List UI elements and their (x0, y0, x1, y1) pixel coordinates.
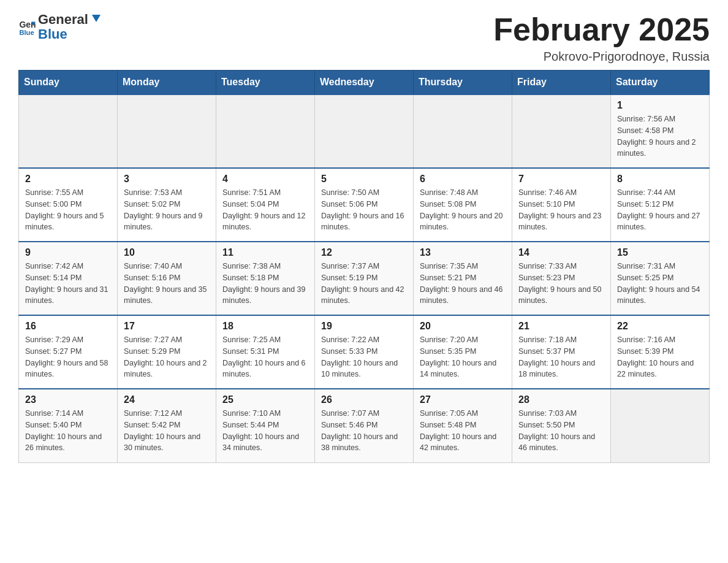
day-info: Sunrise: 7:18 AMSunset: 5:37 PMDaylight:… (518, 334, 604, 380)
table-row: 13Sunrise: 7:35 AMSunset: 5:21 PMDayligh… (414, 242, 512, 315)
col-sunday: Sunday (19, 71, 118, 95)
location-subtitle: Pokrovo-Prigorodnoye, Russia (493, 50, 710, 64)
day-number: 13 (420, 247, 506, 258)
day-number: 9 (25, 247, 111, 258)
logo: General Blue General Blue (18, 12, 103, 42)
table-row: 8Sunrise: 7:44 AMSunset: 5:12 PMDaylight… (611, 168, 710, 242)
table-row: 20Sunrise: 7:20 AMSunset: 5:35 PMDayligh… (414, 315, 512, 389)
table-row: 6Sunrise: 7:48 AMSunset: 5:08 PMDaylight… (414, 168, 512, 242)
day-number: 18 (222, 321, 308, 332)
day-info: Sunrise: 7:20 AMSunset: 5:35 PMDaylight:… (420, 334, 506, 380)
day-info: Sunrise: 7:46 AMSunset: 5:10 PMDaylight:… (518, 187, 604, 233)
day-number: 21 (518, 321, 604, 332)
day-number: 28 (518, 394, 604, 405)
day-info: Sunrise: 7:37 AMSunset: 5:19 PMDaylight:… (321, 261, 407, 307)
calendar-table: Sunday Monday Tuesday Wednesday Thursday… (18, 70, 710, 463)
day-info: Sunrise: 7:53 AMSunset: 5:02 PMDaylight:… (124, 187, 210, 233)
day-number: 2 (25, 174, 111, 185)
logo-text-blue: Blue (38, 26, 67, 42)
table-row: 16Sunrise: 7:29 AMSunset: 5:27 PMDayligh… (19, 315, 118, 389)
calendar-header-row: Sunday Monday Tuesday Wednesday Thursday… (19, 71, 710, 95)
day-number: 19 (321, 321, 407, 332)
col-friday: Friday (512, 71, 611, 95)
table-row: 2Sunrise: 7:55 AMSunset: 5:00 PMDaylight… (19, 168, 118, 242)
day-number: 7 (518, 174, 604, 185)
day-number: 15 (617, 247, 703, 258)
table-row: 17Sunrise: 7:27 AMSunset: 5:29 PMDayligh… (118, 315, 216, 389)
day-info: Sunrise: 7:42 AMSunset: 5:14 PMDaylight:… (25, 261, 111, 307)
month-title: February 2025 (493, 12, 710, 47)
calendar-week-row: 16Sunrise: 7:29 AMSunset: 5:27 PMDayligh… (19, 315, 710, 389)
day-info: Sunrise: 7:16 AMSunset: 5:39 PMDaylight:… (617, 334, 703, 380)
table-row: 19Sunrise: 7:22 AMSunset: 5:33 PMDayligh… (315, 315, 414, 389)
day-number: 27 (420, 394, 506, 405)
day-number: 23 (25, 394, 111, 405)
table-row (414, 94, 512, 168)
svg-text:Blue: Blue (19, 29, 34, 36)
logo-icon: General Blue (18, 18, 36, 36)
table-row: 26Sunrise: 7:07 AMSunset: 5:46 PMDayligh… (315, 389, 414, 462)
day-info: Sunrise: 7:07 AMSunset: 5:46 PMDaylight:… (321, 408, 407, 454)
table-row (611, 389, 710, 462)
day-info: Sunrise: 7:25 AMSunset: 5:31 PMDaylight:… (222, 334, 308, 380)
day-info: Sunrise: 7:03 AMSunset: 5:50 PMDaylight:… (518, 408, 604, 454)
day-info: Sunrise: 7:12 AMSunset: 5:42 PMDaylight:… (124, 408, 210, 454)
col-tuesday: Tuesday (216, 71, 315, 95)
table-row: 23Sunrise: 7:14 AMSunset: 5:40 PMDayligh… (19, 389, 118, 462)
day-info: Sunrise: 7:22 AMSunset: 5:33 PMDaylight:… (321, 334, 407, 380)
table-row: 18Sunrise: 7:25 AMSunset: 5:31 PMDayligh… (216, 315, 315, 389)
table-row: 24Sunrise: 7:12 AMSunset: 5:42 PMDayligh… (118, 389, 216, 462)
day-info: Sunrise: 7:33 AMSunset: 5:23 PMDaylight:… (518, 261, 604, 307)
day-number: 26 (321, 394, 407, 405)
svg-marker-3 (92, 15, 100, 22)
logo-text-general: General (38, 12, 88, 27)
table-row: 28Sunrise: 7:03 AMSunset: 5:50 PMDayligh… (512, 389, 611, 462)
table-row: 3Sunrise: 7:53 AMSunset: 5:02 PMDaylight… (118, 168, 216, 242)
day-number: 24 (124, 394, 210, 405)
day-info: Sunrise: 7:35 AMSunset: 5:21 PMDaylight:… (420, 261, 506, 307)
col-wednesday: Wednesday (315, 71, 414, 95)
table-row: 12Sunrise: 7:37 AMSunset: 5:19 PMDayligh… (315, 242, 414, 315)
day-number: 12 (321, 247, 407, 258)
day-info: Sunrise: 7:55 AMSunset: 5:00 PMDaylight:… (25, 187, 111, 233)
table-row: 21Sunrise: 7:18 AMSunset: 5:37 PMDayligh… (512, 315, 611, 389)
col-saturday: Saturday (611, 71, 710, 95)
table-row: 9Sunrise: 7:42 AMSunset: 5:14 PMDaylight… (19, 242, 118, 315)
day-number: 4 (222, 174, 308, 185)
table-row (19, 94, 118, 168)
table-row: 22Sunrise: 7:16 AMSunset: 5:39 PMDayligh… (611, 315, 710, 389)
day-info: Sunrise: 7:38 AMSunset: 5:18 PMDaylight:… (222, 261, 308, 307)
day-info: Sunrise: 7:05 AMSunset: 5:48 PMDaylight:… (420, 408, 506, 454)
day-number: 6 (420, 174, 506, 185)
day-info: Sunrise: 7:10 AMSunset: 5:44 PMDaylight:… (222, 408, 308, 454)
calendar-week-row: 9Sunrise: 7:42 AMSunset: 5:14 PMDaylight… (19, 242, 710, 315)
col-monday: Monday (118, 71, 216, 95)
day-info: Sunrise: 7:56 AMSunset: 4:58 PMDaylight:… (617, 113, 703, 159)
day-info: Sunrise: 7:29 AMSunset: 5:27 PMDaylight:… (25, 334, 111, 380)
day-info: Sunrise: 7:50 AMSunset: 5:06 PMDaylight:… (321, 187, 407, 233)
table-row: 4Sunrise: 7:51 AMSunset: 5:04 PMDaylight… (216, 168, 315, 242)
table-row: 15Sunrise: 7:31 AMSunset: 5:25 PMDayligh… (611, 242, 710, 315)
table-row: 14Sunrise: 7:33 AMSunset: 5:23 PMDayligh… (512, 242, 611, 315)
table-row: 11Sunrise: 7:38 AMSunset: 5:18 PMDayligh… (216, 242, 315, 315)
table-row (118, 94, 216, 168)
day-number: 17 (124, 321, 210, 332)
table-row: 27Sunrise: 7:05 AMSunset: 5:48 PMDayligh… (414, 389, 512, 462)
day-info: Sunrise: 7:31 AMSunset: 5:25 PMDaylight:… (617, 261, 703, 307)
day-info: Sunrise: 7:48 AMSunset: 5:08 PMDaylight:… (420, 187, 506, 233)
page-header: General Blue General Blue February 2025 … (18, 12, 710, 64)
day-number: 11 (222, 247, 308, 258)
calendar-week-row: 23Sunrise: 7:14 AMSunset: 5:40 PMDayligh… (19, 389, 710, 462)
day-number: 1 (617, 100, 703, 111)
day-info: Sunrise: 7:27 AMSunset: 5:29 PMDaylight:… (124, 334, 210, 380)
logo-triangle-icon (89, 12, 103, 26)
day-number: 10 (124, 247, 210, 258)
day-number: 25 (222, 394, 308, 405)
table-row (216, 94, 315, 168)
day-number: 5 (321, 174, 407, 185)
col-thursday: Thursday (414, 71, 512, 95)
table-row: 7Sunrise: 7:46 AMSunset: 5:10 PMDaylight… (512, 168, 611, 242)
table-row: 10Sunrise: 7:40 AMSunset: 5:16 PMDayligh… (118, 242, 216, 315)
title-block: February 2025 Pokrovo-Prigorodnoye, Russ… (493, 12, 710, 64)
calendar-week-row: 2Sunrise: 7:55 AMSunset: 5:00 PMDaylight… (19, 168, 710, 242)
